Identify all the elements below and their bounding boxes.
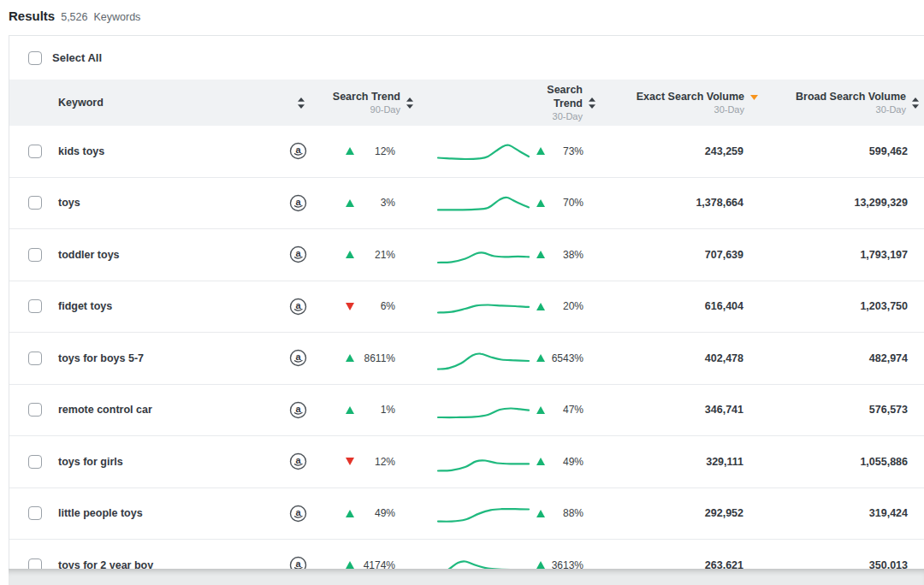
broad-search-volume-value: 1,203,750 — [860, 300, 908, 312]
sort-both-icon[interactable] — [406, 98, 413, 109]
column-header-broad-sub: 30-Day — [796, 103, 906, 115]
search-trend-sparkline — [435, 550, 531, 569]
trend-90-value: 8611% — [354, 352, 395, 364]
row-checkbox[interactable] — [28, 299, 42, 313]
table-row: little people toys a 49% 88% 292,952 — [9, 488, 924, 541]
row-checkbox[interactable] — [28, 558, 42, 569]
keyword-text: toys for girls — [58, 456, 123, 468]
trend-90-value: 12% — [354, 145, 395, 157]
results-header: Results 5,526 Keywords — [9, 9, 140, 23]
trend-30-arrow-icon — [536, 458, 545, 465]
keyword-text: remote control car — [58, 404, 152, 416]
table-row: toys a 3% 70% 1,378,664 13,299 — [9, 178, 924, 230]
amazon-icon[interactable]: a — [289, 505, 307, 523]
row-checkbox[interactable] — [28, 506, 42, 520]
trend-30-value: 20% — [545, 300, 583, 312]
exact-search-volume-value: 346,741 — [705, 404, 743, 416]
row-checkbox[interactable] — [28, 145, 42, 158]
broad-search-volume-value: 1,055,886 — [860, 456, 908, 468]
column-header-keyword-label: Keyword — [58, 97, 104, 109]
amazon-icon[interactable]: a — [289, 245, 307, 263]
amazon-icon[interactable]: a — [289, 142, 307, 160]
column-header-trend90-sub: 90-Day — [333, 103, 400, 115]
column-header-exact-sub: 30-Day — [637, 103, 744, 115]
exact-search-volume-value: 1,378,664 — [696, 197, 743, 209]
column-header-sparkline-spacer — [422, 80, 533, 126]
trend-90-value: 12% — [354, 456, 395, 468]
column-header-broad-label: Broad Search Volume — [796, 91, 906, 103]
trend-30-value: 38% — [545, 249, 583, 261]
select-all-row: Select All — [9, 36, 924, 80]
sort-both-icon[interactable] — [589, 98, 595, 109]
search-trend-sparkline — [435, 239, 531, 270]
broad-search-volume-value: 1,793,197 — [860, 249, 908, 261]
svg-text:a: a — [295, 558, 301, 569]
amazon-icon[interactable]: a — [289, 194, 307, 212]
trend-30-arrow-icon — [536, 354, 545, 362]
amazon-icon[interactable]: a — [289, 556, 307, 569]
broad-search-volume-value: 599,462 — [869, 145, 908, 157]
column-header-keyword[interactable]: Keyword — [58, 80, 272, 126]
column-header-broad-search-volume[interactable]: Broad Search Volume 30-Day — [762, 80, 924, 126]
trend-30-value: 49% — [545, 456, 583, 468]
trend-30-arrow-icon — [536, 561, 545, 569]
svg-text:a: a — [295, 300, 301, 310]
row-checkbox[interactable] — [28, 352, 42, 365]
table-row: fidget toys a 6% 20% 616,404 1 — [9, 281, 924, 334]
search-trend-sparkline — [435, 446, 531, 477]
amazon-icon[interactable]: a — [289, 349, 307, 367]
amazon-icon[interactable]: a — [289, 401, 307, 419]
column-header-exact-search-volume[interactable]: Exact Search Volume 30-Day — [604, 80, 762, 126]
svg-text:a: a — [295, 404, 301, 414]
broad-search-volume-value: 350,013 — [869, 559, 908, 569]
trend-90-value: 6% — [354, 300, 395, 312]
exact-search-volume-value: 707,639 — [705, 249, 743, 261]
column-header-search-trend-30[interactable]: Search Trend 30-Day — [533, 80, 604, 126]
trend-90-value: 3% — [354, 197, 395, 209]
trend-30-value: 47% — [545, 404, 583, 416]
trend-90-arrow-icon — [346, 561, 354, 569]
trend-90-arrow-icon — [346, 458, 354, 465]
row-checkbox[interactable] — [28, 455, 42, 469]
exact-search-volume-value: 243,259 — [705, 145, 743, 157]
trend-30-arrow-icon — [536, 303, 545, 310]
row-checkbox[interactable] — [28, 196, 42, 210]
trend-30-value: 3613% — [545, 559, 583, 569]
row-checkbox[interactable] — [28, 403, 42, 417]
trend-30-arrow-icon — [536, 510, 545, 517]
select-all-checkbox[interactable] — [28, 51, 42, 65]
broad-search-volume-value: 13,299,329 — [854, 197, 908, 209]
amazon-icon[interactable]: a — [289, 452, 307, 470]
horizontal-scrollbar-track[interactable] — [9, 569, 924, 585]
trend-90-value: 4174% — [354, 559, 395, 569]
keyword-text: toys — [58, 197, 80, 209]
svg-text:a: a — [295, 507, 301, 517]
column-header-trend90-label: Search Trend — [333, 91, 400, 103]
table-row: kids toys a 12% 73% 243,259 59 — [9, 126, 924, 178]
amazon-icon[interactable]: a — [289, 298, 307, 316]
column-header-keyword-sort[interactable] — [272, 80, 323, 126]
trend-90-value: 49% — [354, 507, 395, 519]
select-all-label: Select All — [52, 51, 102, 64]
sort-both-icon[interactable] — [298, 98, 305, 109]
column-header-exact-label: Exact Search Volume — [637, 91, 744, 103]
keyword-text: toys for 2 year boy — [58, 559, 153, 569]
trend-90-value: 1% — [354, 404, 395, 416]
search-trend-sparkline — [435, 136, 531, 167]
svg-text:a: a — [295, 455, 301, 465]
keyword-text: kids toys — [58, 145, 104, 157]
svg-text:a: a — [295, 197, 301, 207]
table-row: toys for girls a 12% 49% 329,111 — [9, 436, 924, 488]
results-count: 5,526 — [61, 11, 87, 23]
trend-90-value: 21% — [354, 249, 395, 261]
search-trend-sparkline — [435, 394, 531, 425]
trend-90-arrow-icon — [346, 147, 354, 155]
keyword-text: toddler toys — [58, 249, 120, 261]
row-checkbox[interactable] — [28, 248, 42, 262]
search-trend-sparkline — [435, 187, 531, 218]
column-header-search-trend-90[interactable]: Search Trend 90-Day — [323, 80, 422, 126]
trend-90-arrow-icon — [346, 406, 354, 414]
sort-desc-active-icon[interactable] — [750, 95, 758, 100]
header-checkbox-spacer — [9, 80, 58, 126]
sort-both-icon[interactable] — [912, 98, 919, 109]
